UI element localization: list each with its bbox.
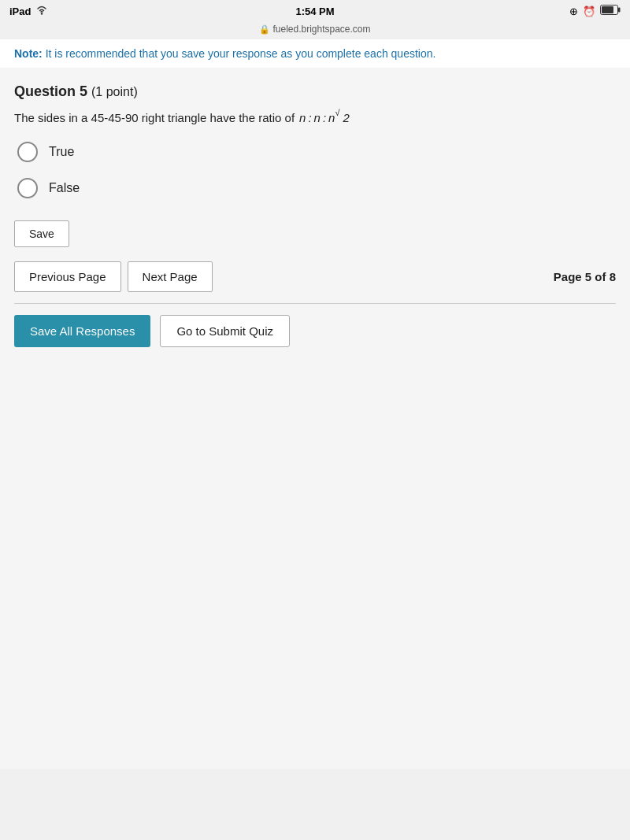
action-row: Save All Responses Go to Submit Quiz [14, 315, 616, 363]
page-indicator: Page 5 of 8 [554, 270, 616, 283]
status-right: ⊕ ⏰ [569, 5, 621, 17]
lock-icon: 🔒 [259, 24, 270, 35]
status-bar: iPad 1:54 PM ⊕ ⏰ [0, 0, 630, 22]
main-content: Note: It is recommended that you save yo… [0, 39, 630, 769]
svg-rect-3 [602, 6, 613, 13]
nav-buttons: Previous Page Next Page [14, 261, 213, 292]
svg-rect-2 [618, 8, 621, 13]
status-left: iPad [9, 6, 48, 17]
save-button[interactable]: Save [14, 220, 69, 247]
wifi-icon [35, 6, 48, 17]
divider [14, 303, 616, 304]
url-bar: 🔒 fueled.brightspace.com [0, 22, 630, 39]
submit-quiz-button[interactable]: Go to Submit Quiz [160, 315, 290, 347]
nav-row: Previous Page Next Page Page 5 of 8 [14, 261, 616, 292]
question-points: (1 point) [91, 85, 138, 98]
radio-false[interactable] [17, 178, 38, 198]
note-label: Note: [14, 47, 43, 60]
device-label: iPad [9, 6, 31, 17]
url-display: 🔒 fueled.brightspace.com [259, 24, 370, 35]
option-true-label: True [49, 145, 74, 159]
radio-true[interactable] [17, 142, 38, 162]
question-area: Question 5 (1 point) The sides in a 45-4… [0, 68, 630, 376]
option-false[interactable]: False [17, 178, 616, 198]
radio-group: True False [14, 142, 616, 198]
question-body: The sides in a 45-45-90 right triangle h… [14, 111, 295, 124]
note-text: It is recommended that you save your res… [46, 47, 436, 60]
question-text: The sides in a 45-45-90 right triangle h… [14, 111, 616, 124]
url-text: fueled.brightspace.com [272, 24, 370, 35]
airplay-icon: ⊕ [569, 6, 578, 17]
math-formula: n : n : n √ 2 [299, 111, 350, 124]
save-all-button[interactable]: Save All Responses [14, 315, 150, 347]
note-banner: Note: It is recommended that you save yo… [0, 39, 630, 68]
option-true[interactable]: True [17, 142, 616, 162]
time-display: 1:54 PM [295, 6, 334, 17]
battery-icon [600, 5, 621, 17]
option-false-label: False [49, 181, 80, 195]
svg-point-0 [41, 13, 43, 14]
alarm-icon: ⏰ [583, 6, 595, 17]
page-fill [0, 376, 630, 769]
question-number: Question 5 [14, 83, 87, 99]
question-header: Question 5 (1 point) [14, 83, 616, 100]
previous-page-button[interactable]: Previous Page [14, 261, 121, 292]
next-page-button[interactable]: Next Page [128, 261, 213, 292]
